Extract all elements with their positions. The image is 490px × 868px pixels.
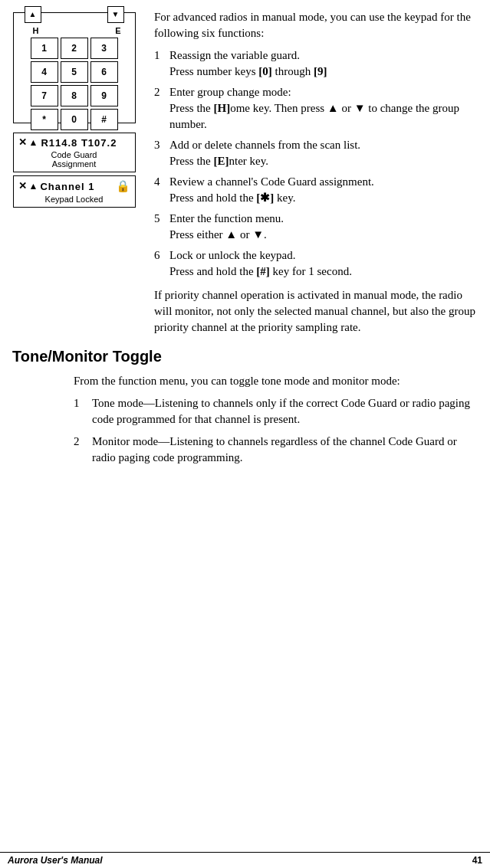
list-line1-6: Lock or unlock the keypad. <box>169 247 478 264</box>
bold-star: [✱] <box>256 192 274 204</box>
list-num-6: 6 <box>154 247 169 280</box>
channel-arrow-icon: ▲ <box>29 181 38 192</box>
keypad-locked-box: ✕ ▲ Channel 1 🔒 Keypad Locked <box>13 175 136 208</box>
list-item-3: 3 Add or delete channels from the scan l… <box>154 137 478 169</box>
right-column: For advanced radios in manual mode, you … <box>148 6 490 336</box>
channel-text: Channel 1 <box>40 181 94 192</box>
bold-down2: ▼ <box>354 102 366 114</box>
key-0: 0 <box>61 109 88 130</box>
list-num-1: 1 <box>154 47 169 80</box>
channel-cross-icon: ✕ <box>18 180 27 192</box>
function-list: 1 Reassign the variable guard. Press num… <box>154 47 478 280</box>
code-guard-box: ✕ ▲ R114.8 T107.2 Code GuardAssignment <box>13 133 136 172</box>
list-num-3: 3 <box>154 137 169 169</box>
list-num-5: 5 <box>154 211 169 243</box>
code-guard-label: Code GuardAssignment <box>18 150 130 169</box>
channel-left: ✕ ▲ Channel 1 <box>18 180 95 192</box>
tone-num-1: 1 <box>74 395 92 427</box>
key-3: 3 <box>90 38 118 59</box>
keypad-arrow-row: ▲ ▼ <box>25 6 124 23</box>
lock-icon: 🔒 <box>116 179 130 193</box>
bold-h: [H] <box>214 102 231 114</box>
list-line2-1: Press number keys [0] through [9] <box>169 64 478 80</box>
list-item-2: 2 Enter group change mode: Press the [H]… <box>154 84 478 133</box>
list-item-1: 1 Reassign the variable guard. Press num… <box>154 47 478 80</box>
key-7: 7 <box>31 85 58 106</box>
list-item-5: 5 Enter the function menu. Press either … <box>154 211 478 243</box>
code-guard-icon: ✕ ▲ <box>18 136 38 149</box>
bold-down5: ▼ <box>252 228 264 241</box>
footer-title: Aurora User's Manual <box>8 855 103 866</box>
keypad-diagram: ▲ ▼ H E 1 2 3 4 5 6 7 8 9 <box>13 12 136 123</box>
keypad-numpad: 1 2 3 4 5 6 7 8 9 * 0 # <box>31 38 118 130</box>
key-5: 5 <box>61 61 88 83</box>
page: ▲ ▼ H E 1 2 3 4 5 6 7 8 9 <box>0 0 490 868</box>
tone-section: Tone/Monitor Toggle From the function me… <box>0 336 490 472</box>
code-guard-display: ✕ ▲ R114.8 T107.2 <box>18 136 117 149</box>
left-column: ▲ ▼ H E 1 2 3 4 5 6 7 8 9 <box>0 6 148 336</box>
footer: Aurora User's Manual 41 <box>0 852 490 868</box>
keypad-h-label: H <box>25 26 49 35</box>
tone-content-2: Monitor mode—Listening to channels regar… <box>92 434 478 466</box>
key-8: 8 <box>61 85 88 106</box>
bold-up2: ▲ <box>327 102 339 114</box>
key-4: 4 <box>31 61 58 83</box>
list-num-2: 2 <box>154 84 169 133</box>
bold-up5: ▲ <box>225 228 237 241</box>
tone-content-1: Tone mode—Listening to channels only if … <box>92 395 478 427</box>
key-2: 2 <box>61 38 88 59</box>
list-line2-2: Press the [H]ome key. Then press ▲ or ▼ … <box>169 100 478 133</box>
list-content-2: Enter group change mode: Press the [H]om… <box>169 84 478 133</box>
list-content-4: Review a channel's Code Guard assignment… <box>169 174 478 206</box>
list-item-6: 6 Lock or unlock the keypad. Press and h… <box>154 247 478 280</box>
list-content-5: Enter the function menu. Press either ▲ … <box>169 211 478 243</box>
tone-list: 1 Tone mode—Listening to channels only i… <box>12 395 478 466</box>
list-line2-4: Press and hold the [✱] key. <box>169 190 478 206</box>
tone-num-2: 2 <box>74 434 92 466</box>
intro-paragraph: For advanced radios in manual mode, you … <box>154 9 478 41</box>
bold-hash: [#] <box>256 265 270 277</box>
cross-icon: ✕ <box>18 136 27 149</box>
tone-intro: From the function menu, you can toggle t… <box>12 373 478 389</box>
priority-paragraph: If priority channel operation is activat… <box>154 287 478 336</box>
keypad-label-row: H E <box>25 26 124 35</box>
key-6: 6 <box>90 61 118 83</box>
list-line1-4: Review a channel's Code Guard assignment… <box>169 174 478 190</box>
list-line2-5: Press either ▲ or ▼. <box>169 227 478 243</box>
list-line2-3: Press the [E]nter key. <box>169 153 478 169</box>
list-item-4: 4 Review a channel's Code Guard assignme… <box>154 174 478 206</box>
tone-item-2: 2 Monitor mode—Listening to channels reg… <box>74 434 478 466</box>
list-content-3: Add or delete channels from the scan lis… <box>169 137 478 169</box>
bold-9: [9] <box>314 65 327 77</box>
keypad-locked-label: Keypad Locked <box>18 195 130 204</box>
list-line1-3: Add or delete channels from the scan lis… <box>169 137 478 153</box>
footer-page-number: 41 <box>472 855 482 866</box>
list-num-4: 4 <box>154 174 169 206</box>
bold-0: [0] <box>258 65 272 77</box>
key-hash: # <box>90 109 118 130</box>
keypad-locked-display: ✕ ▲ Channel 1 🔒 <box>18 179 130 193</box>
keypad-down-arrow: ▼ <box>107 6 124 23</box>
list-content-1: Reassign the variable guard. Press numbe… <box>169 47 478 80</box>
list-line1-5: Enter the function menu. <box>169 211 478 227</box>
bold-e: [E] <box>214 155 229 167</box>
code-guard-freq: R114.8 T107.2 <box>41 137 117 149</box>
key-1: 1 <box>31 38 58 59</box>
tone-heading: Tone/Monitor Toggle <box>12 348 478 365</box>
main-content: ▲ ▼ H E 1 2 3 4 5 6 7 8 9 <box>0 0 490 336</box>
up-arrow-icon: ▲ <box>29 137 38 149</box>
tone-item-1: 1 Tone mode—Listening to channels only i… <box>74 395 478 427</box>
list-content-6: Lock or unlock the keypad. Press and hol… <box>169 247 478 280</box>
list-line2-6: Press and hold the [#] key for 1 second. <box>169 264 478 280</box>
list-line1-1: Reassign the variable guard. <box>169 47 478 64</box>
key-star: * <box>31 109 58 130</box>
list-line1-2: Enter group change mode: <box>169 84 478 100</box>
keypad-up-arrow: ▲ <box>25 6 41 23</box>
key-9: 9 <box>90 85 118 106</box>
keypad-e-label: E <box>100 26 124 35</box>
